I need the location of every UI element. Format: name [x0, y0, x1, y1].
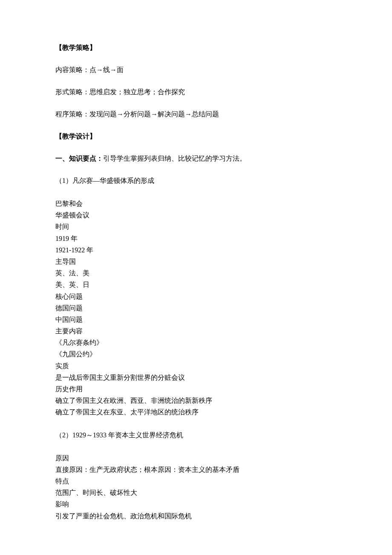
list-item: 主导国 — [55, 256, 337, 267]
list-item: 1919 年 — [55, 233, 337, 244]
section-teaching-design-title: 【教学设计】 — [55, 131, 337, 142]
knowledge-points-label: 一、知识要点： — [55, 155, 103, 162]
list-item: 确立了帝国主义在东亚、太平洋地区的统治秩序 — [55, 406, 337, 418]
list-item: 美、英、日 — [55, 279, 337, 290]
list-item: 特点 — [55, 475, 337, 487]
knowledge-points-line: 一、知识要点：引导学生掌握列表归纳、比较记忆的学习方法。 — [55, 153, 337, 164]
list-item: 确立了帝国主义在欧洲、西亚、非洲统治的新新秩序 — [55, 395, 337, 406]
list-item: 范围广、时间长、破坏性大 — [55, 487, 337, 498]
form-strategy-text: 形式策略：思维启发；独立思考；合作探究 — [55, 87, 337, 97]
list-item: 英、法、美 — [55, 267, 337, 279]
list-item: 巴黎和会 — [55, 198, 337, 209]
procedure-strategy-text: 程序策略：发现问题→分析问题→解决问题→总结问题 — [55, 109, 337, 119]
list-item: 引发了严重的社会危机、政治危机和国际危机 — [55, 510, 337, 522]
knowledge-points-text: 引导学生掌握列表归纳、比较记忆的学习方法。 — [103, 155, 246, 162]
list-block-1: 巴黎和会 华盛顿会议 时间 1919 年 1921-1922 年 主导国 英、法… — [55, 198, 337, 418]
list-block-2: 原因 直接原因：生产无政府状态；根本原因：资本主义的基本矛盾 特点 范围广、时间… — [55, 452, 337, 522]
list-item: 《九国公约》 — [55, 348, 337, 360]
list-item: 主要内容 — [55, 325, 337, 337]
list-item: 实质 — [55, 360, 337, 372]
list-item: 《凡尔赛条约》 — [55, 337, 337, 348]
list-item: 原因 — [55, 452, 337, 464]
list-item: 华盛顿会议 — [55, 209, 337, 221]
content-strategy-text: 内容策略：点→线→面 — [55, 65, 337, 75]
list-item: 1921-1922 年 — [55, 244, 337, 256]
list-item: 德国问题 — [55, 302, 337, 314]
subsection-2-title: （2）1929～1933 年资本主义世界经济危机 — [55, 430, 337, 440]
list-item: 历史作用 — [55, 383, 337, 395]
subsection-1-title: （1）凡尔赛—华盛顿体系的形成 — [55, 176, 337, 186]
list-item: 影响 — [55, 498, 337, 510]
list-item: 是一战后帝国主义重新分割世界的分赃会议 — [55, 372, 337, 383]
list-item: 中国问题 — [55, 314, 337, 325]
section-teaching-strategy-title: 【教学策略】 — [55, 43, 337, 53]
list-item: 核心问题 — [55, 291, 337, 302]
list-item: 时间 — [55, 221, 337, 232]
list-item: 直接原因：生产无政府状态；根本原因：资本主义的基本矛盾 — [55, 464, 337, 475]
